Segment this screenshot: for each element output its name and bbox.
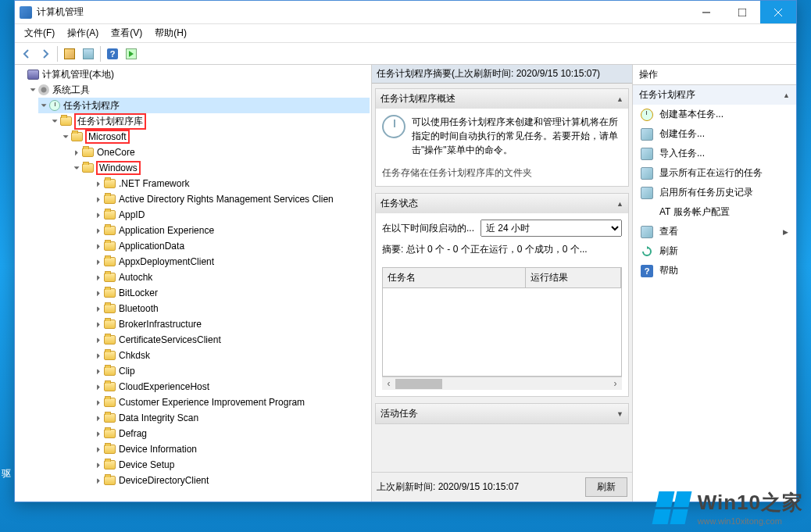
tree-folder-item[interactable]: ⏵CertificateServicesClient — [93, 332, 370, 348]
tree-folder-item[interactable]: ⏵Application Experience — [93, 223, 370, 238]
summary-panel: 任务计划程序摘要(上次刷新时间: 2020/9/15 10:15:07) 任务计… — [372, 65, 633, 502]
desktop-icon-driver[interactable]: 驱 — [2, 467, 11, 480]
svg-rect-1 — [738, 9, 746, 16]
menu-action[interactable]: 操作(A) — [61, 25, 105, 41]
close-button[interactable] — [760, 1, 796, 23]
app-icon — [20, 6, 32, 19]
tree-folder-item[interactable]: ⏵DeviceDirectoryClient — [93, 473, 370, 488]
computer-icon — [27, 70, 39, 80]
tree-folder-item[interactable]: ⏵Device Information — [93, 441, 370, 457]
folder-icon — [104, 210, 116, 220]
window-title: 计算机管理 — [37, 5, 84, 19]
tree-folder-item[interactable]: ⏵Customer Experience Improvement Program — [93, 395, 370, 410]
actions-title: 操作 — [633, 65, 796, 85]
action-刷新[interactable]: 刷新 — [633, 241, 796, 261]
tree-microsoft[interactable]: ⏷ Microsoft — [60, 129, 370, 145]
tree-panel[interactable]: 计算机管理(本地) ⏷ 系统工具 ⏷ 任务计划程序 — [15, 65, 372, 502]
action-创建任务[interactable]: 创建任务... — [633, 124, 796, 144]
run-button[interactable] — [123, 45, 140, 62]
tree-folder-item[interactable]: ⏵ApplicationData — [93, 238, 370, 254]
gear-icon — [38, 84, 49, 95]
actions-group-header[interactable]: 任务计划程序 ▲ — [633, 85, 796, 105]
folder-icon — [104, 195, 116, 204]
folder-icon — [104, 273, 116, 282]
view-icon — [641, 226, 653, 238]
tree-root[interactable]: 计算机管理(本地) — [16, 66, 370, 82]
tree-folder-item[interactable]: ⏵AppID — [93, 207, 370, 223]
chevron-right-icon: ▶ — [783, 228, 788, 236]
overview-header[interactable]: 任务计划程序概述 ▲ — [376, 89, 628, 109]
action-AT服务帐户配置[interactable]: AT 服务帐户配置 — [633, 202, 796, 222]
tree-folder-item[interactable]: ⏵BrokerInfrastructure — [93, 316, 370, 332]
folder-icon — [104, 179, 116, 188]
clock-icon — [382, 115, 406, 138]
tree-systools[interactable]: ⏷ 系统工具 — [27, 82, 370, 98]
action-帮助[interactable]: ?帮助 — [633, 261, 796, 280]
properties-button[interactable] — [61, 45, 78, 62]
refresh-button[interactable]: 刷新 — [585, 477, 627, 497]
menubar: 文件(F) 操作(A) 查看(V) 帮助(H) — [15, 24, 796, 43]
tree-task-scheduler[interactable]: ⏷ 任务计划程序 — [38, 98, 370, 113]
action-查看[interactable]: 查看▶ — [633, 222, 796, 241]
time-range-select[interactable]: 近 24 小时 — [481, 220, 622, 237]
tree-folder-item[interactable]: ⏵Data Integrity Scan — [93, 410, 370, 426]
summary-header: 任务计划程序摘要(上次刷新时间: 2020/9/15 10:15:07) — [372, 65, 632, 84]
tree-folder-item[interactable]: ⏵.NET Framework — [93, 176, 370, 191]
action-导入任务[interactable]: 导入任务... — [633, 144, 796, 163]
tree-folder-item[interactable]: ⏵Active Directory Rights Management Serv… — [93, 191, 370, 207]
folder-icon — [82, 163, 94, 173]
status-section: 任务状态 ▲ 在以下时间段启动的... 近 24 小时 摘要: 总计 0 个 -… — [375, 193, 629, 397]
help-button[interactable]: ? — [104, 45, 121, 62]
folder-icon — [104, 413, 116, 423]
menu-help[interactable]: 帮助(H) — [148, 25, 193, 41]
action-启用所有任务历史记录[interactable]: 启用所有任务历史记录 — [633, 183, 796, 202]
folder-icon — [104, 429, 116, 438]
running-icon — [641, 167, 653, 180]
chevron-down-icon: ▼ — [616, 410, 623, 418]
tree-windows[interactable]: ⏷ Windows — [71, 160, 370, 176]
tree-folder-item[interactable]: ⏵Chkdsk — [93, 348, 370, 363]
tree-folder-item[interactable]: ⏵Device Setup — [93, 457, 370, 473]
action-创建基本任务[interactable]: 创建基本任务... — [633, 105, 796, 124]
maximize-button[interactable] — [724, 1, 760, 23]
forward-button[interactable] — [37, 45, 54, 62]
folder-icon — [104, 335, 116, 345]
tree-folder-item[interactable]: ⏵Clip — [93, 363, 370, 379]
menu-view[interactable]: 查看(V) — [105, 25, 148, 41]
menu-file[interactable]: 文件(F) — [18, 25, 61, 41]
active-tasks-section: 活动任务 ▼ — [375, 403, 629, 424]
windows-logo-icon — [652, 491, 691, 524]
show-hide-button[interactable] — [80, 45, 97, 62]
tree-library[interactable]: ⏷ 任务计划程序库 — [49, 113, 370, 129]
folder-icon — [104, 226, 116, 235]
tree-folder-item[interactable]: ⏵Defrag — [93, 426, 370, 441]
folder-icon — [104, 288, 116, 298]
horizontal-scrollbar[interactable]: ‹› — [382, 377, 622, 390]
status-summary: 摘要: 总计 0 个 - 0 个正在运行，0 个成功，0 个... — [382, 243, 622, 256]
folder-icon — [104, 304, 116, 313]
folder-icon — [60, 116, 72, 126]
status-header[interactable]: 任务状态 ▲ — [376, 194, 628, 213]
tree-folder-item[interactable]: ⏵Bluetooth — [93, 301, 370, 316]
tree-folder-item[interactable]: ⏵AppxDeploymentClient — [93, 254, 370, 270]
import-icon — [641, 148, 653, 160]
overview-section: 任务计划程序概述 ▲ 可以使用任务计划程序来创建和管理计算机将在所指定的时间自动… — [375, 88, 629, 187]
chevron-up-icon: ▲ — [616, 95, 623, 103]
task-table[interactable]: 任务名 运行结果 — [382, 267, 622, 377]
minimize-button[interactable] — [688, 1, 724, 23]
folder-icon — [104, 366, 116, 376]
tree-folder-item[interactable]: ⏵Autochk — [93, 270, 370, 285]
tree-onecore[interactable]: ⏵ OneCore — [71, 145, 370, 160]
col-run-result[interactable]: 运行结果 — [526, 268, 621, 287]
chevron-up-icon: ▲ — [783, 91, 790, 99]
folder-icon — [82, 148, 94, 157]
active-tasks-header[interactable]: 活动任务 ▼ — [376, 404, 628, 423]
folder-icon — [104, 382, 116, 391]
back-button[interactable] — [18, 45, 35, 62]
col-task-name[interactable]: 任务名 — [383, 268, 526, 287]
computer-management-window: 计算机管理 文件(F) 操作(A) 查看(V) 帮助(H) ? — [14, 0, 797, 502]
tree-folder-item[interactable]: ⏵CloudExperienceHost — [93, 379, 370, 395]
toolbar: ? — [15, 43, 796, 65]
action-显示所有正在运行的任务[interactable]: 显示所有正在运行的任务 — [633, 163, 796, 183]
tree-folder-item[interactable]: ⏵BitLocker — [93, 285, 370, 301]
